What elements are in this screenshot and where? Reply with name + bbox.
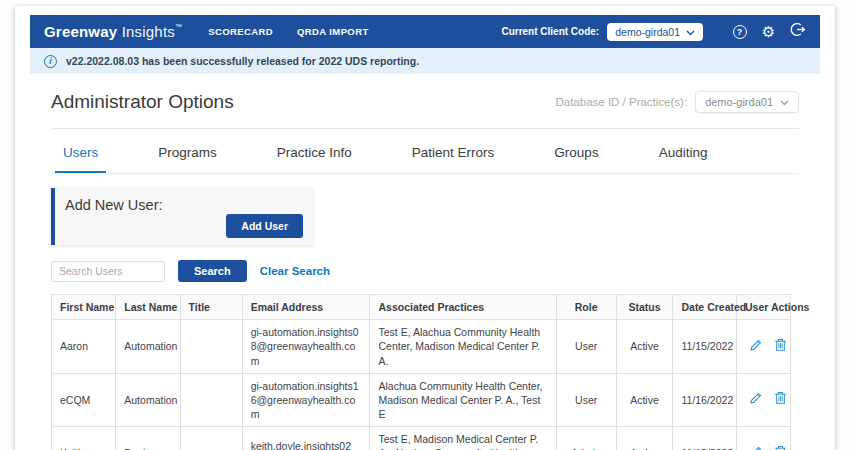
trash-icon bbox=[774, 445, 787, 450]
table-row: Aaron Automation gi-automation.insights0… bbox=[52, 320, 791, 374]
cell-email: gi-automation.insights16@greenwayhealth.… bbox=[242, 373, 370, 427]
cell-email: keith.doyle.insights02@greenwayhealth.co… bbox=[242, 427, 370, 450]
pencil-icon bbox=[749, 391, 763, 405]
cell-title bbox=[180, 320, 242, 374]
nav-qrda-import[interactable]: QRDA IMPORT bbox=[297, 26, 369, 37]
chevron-down-icon bbox=[780, 96, 789, 108]
client-code-value: demo-girda01 bbox=[615, 26, 680, 38]
logout-button[interactable] bbox=[789, 23, 806, 40]
table-row: eCQM Automation gi-automation.insights16… bbox=[52, 373, 791, 427]
add-new-user-panel: Add New User: Add User bbox=[51, 188, 313, 245]
users-table-body: Aaron Automation gi-automation.insights0… bbox=[52, 320, 791, 450]
cell-email: gi-automation.insights08@greenwayhealth.… bbox=[242, 320, 370, 374]
cell-first-name: Keith bbox=[52, 427, 116, 450]
column-header: Date Created bbox=[673, 295, 737, 320]
search-button[interactable]: Search bbox=[178, 260, 247, 282]
brand-logo: Greenway Insights™ bbox=[44, 23, 182, 40]
column-header: First Name bbox=[52, 295, 116, 320]
edit-user-button[interactable] bbox=[749, 445, 763, 450]
cell-role: User bbox=[556, 320, 616, 374]
database-label: Database ID / Practice(s): bbox=[555, 96, 687, 108]
tab-practice-info[interactable]: Practice Info bbox=[269, 132, 360, 173]
column-header: Email Address bbox=[242, 295, 370, 320]
cell-associated-practices: Test E, Alachua Community Health Center,… bbox=[370, 320, 556, 374]
database-value: demo-girda01 bbox=[705, 96, 773, 108]
pencil-icon bbox=[749, 445, 763, 450]
logout-icon bbox=[789, 21, 806, 42]
column-header: Status bbox=[616, 295, 673, 320]
tab-auditing[interactable]: Auditing bbox=[651, 132, 716, 173]
cell-user-actions bbox=[737, 427, 791, 450]
cell-status: Active bbox=[616, 427, 673, 450]
gear-icon: ⚙ bbox=[762, 24, 775, 39]
cell-status: Active bbox=[616, 373, 673, 427]
column-header: Title bbox=[180, 295, 242, 320]
database-selector: Database ID / Practice(s): demo-girda01 bbox=[555, 91, 799, 113]
client-code-label: Current Client Code: bbox=[501, 26, 599, 37]
cell-role: Admin bbox=[556, 427, 616, 450]
table-header-row: First NameLast NameTitleEmail AddressAss… bbox=[52, 295, 791, 320]
cell-last-name: Doyle bbox=[116, 427, 180, 450]
edit-user-button[interactable] bbox=[749, 391, 763, 408]
brand-greenway: Greenway bbox=[44, 23, 117, 40]
brand-insights: Insights bbox=[122, 23, 175, 40]
column-header: Role bbox=[556, 295, 616, 320]
cell-title bbox=[180, 373, 242, 427]
release-info-banner: i v22.2022.08.03 has been successfully r… bbox=[30, 48, 820, 74]
help-icon: ? bbox=[733, 25, 747, 39]
release-info-text: v22.2022.08.03 has been successfully rel… bbox=[66, 55, 419, 67]
cell-first-name: Aaron bbox=[52, 320, 116, 374]
tab-users[interactable]: Users bbox=[55, 132, 106, 173]
tab-bar: UsersProgramsPractice InfoPatient Errors… bbox=[51, 132, 799, 174]
delete-user-button[interactable] bbox=[774, 445, 787, 450]
cell-user-actions bbox=[737, 373, 791, 427]
delete-user-button[interactable] bbox=[774, 391, 787, 408]
cell-last-name: Automation bbox=[116, 373, 180, 427]
top-header-bar: Greenway Insights™ SCORECARD QRDA IMPORT… bbox=[30, 15, 820, 48]
page-header-row: Administrator Options Database ID / Prac… bbox=[51, 91, 799, 129]
add-user-button[interactable]: Add User bbox=[226, 214, 303, 238]
top-nav: SCORECARD QRDA IMPORT bbox=[208, 26, 501, 37]
column-header: Last Name bbox=[116, 295, 180, 320]
cell-date-created: 11/15/2022 bbox=[673, 427, 737, 450]
page-title: Administrator Options bbox=[51, 91, 234, 113]
tab-patient-errors[interactable]: Patient Errors bbox=[404, 132, 503, 173]
trash-icon bbox=[774, 338, 787, 352]
pencil-icon bbox=[749, 338, 763, 352]
delete-user-button[interactable] bbox=[774, 338, 787, 355]
add-new-user-title: Add New User: bbox=[65, 197, 303, 213]
table-row: Keith Doyle keith.doyle.insights02@green… bbox=[52, 427, 791, 450]
chevron-down-icon bbox=[686, 26, 695, 38]
column-header: Associated Practices bbox=[370, 295, 556, 320]
cell-title bbox=[180, 427, 242, 450]
settings-button[interactable]: ⚙ bbox=[760, 23, 777, 40]
nav-scorecard[interactable]: SCORECARD bbox=[208, 26, 273, 37]
cell-role: User bbox=[556, 373, 616, 427]
tab-programs[interactable]: Programs bbox=[150, 132, 225, 173]
info-icon: i bbox=[44, 55, 57, 68]
cell-last-name: Automation bbox=[116, 320, 180, 374]
cell-date-created: 11/16/2022 bbox=[673, 373, 737, 427]
trademark-symbol: ™ bbox=[175, 23, 182, 30]
help-button[interactable]: ? bbox=[731, 23, 748, 40]
page-content: Administrator Options Database ID / Prac… bbox=[30, 91, 820, 450]
client-code-dropdown[interactable]: demo-girda01 bbox=[607, 23, 703, 41]
cell-date-created: 11/15/2022 bbox=[673, 320, 737, 374]
clear-search-link[interactable]: Clear Search bbox=[260, 265, 330, 277]
app-window: Greenway Insights™ SCORECARD QRDA IMPORT… bbox=[15, 6, 835, 450]
tab-groups[interactable]: Groups bbox=[546, 132, 606, 173]
cell-status: Active bbox=[616, 320, 673, 374]
cell-user-actions bbox=[737, 320, 791, 374]
edit-user-button[interactable] bbox=[749, 338, 763, 355]
cell-associated-practices: Test E, Madison Medical Center P. A., Al… bbox=[370, 427, 556, 450]
cell-first-name: eCQM bbox=[52, 373, 116, 427]
column-header: User Actions bbox=[737, 295, 791, 320]
users-table: First NameLast NameTitleEmail AddressAss… bbox=[51, 294, 791, 450]
search-row: Search Clear Search bbox=[51, 260, 799, 282]
database-dropdown[interactable]: demo-girda01 bbox=[695, 91, 799, 113]
search-input[interactable] bbox=[51, 261, 165, 282]
trash-icon bbox=[774, 391, 787, 405]
cell-associated-practices: Alachua Community Health Center, Madison… bbox=[370, 373, 556, 427]
